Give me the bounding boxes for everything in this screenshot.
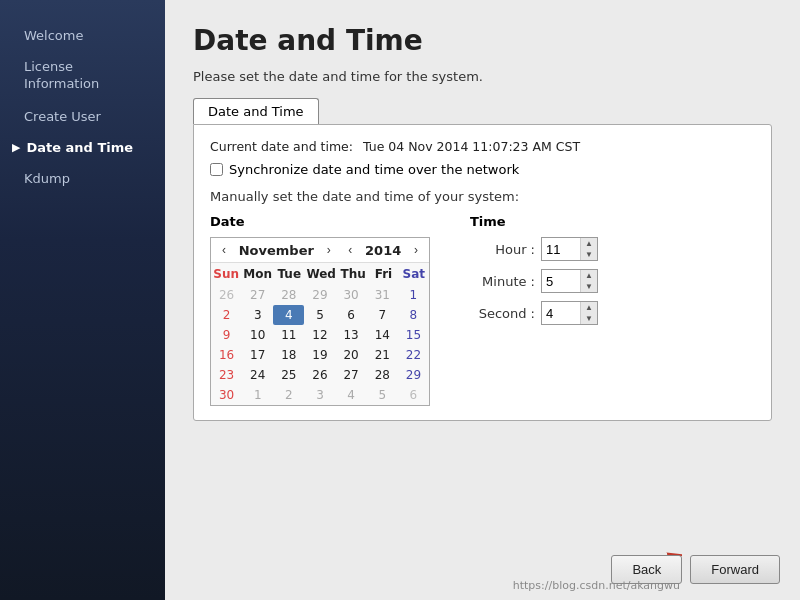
calendar-cell[interactable]: 3 bbox=[304, 385, 335, 405]
calendar-cell[interactable]: 30 bbox=[336, 285, 367, 305]
active-arrow-icon: ▶ bbox=[12, 141, 20, 154]
tab-date-time[interactable]: Date and Time bbox=[193, 98, 319, 124]
minute-label: Minute : bbox=[470, 274, 535, 289]
sync-label[interactable]: Synchronize date and time over the netwo… bbox=[229, 162, 519, 177]
calendar-cell[interactable]: 6 bbox=[398, 385, 429, 405]
calendar-cell[interactable]: 27 bbox=[336, 365, 367, 385]
calendar-cell[interactable]: 29 bbox=[398, 365, 429, 385]
calendar-cell[interactable]: 28 bbox=[367, 365, 398, 385]
month-label: November bbox=[239, 243, 314, 258]
hour-increment-button[interactable]: ▲ bbox=[581, 238, 597, 249]
day-header-mon: Mon bbox=[241, 263, 274, 285]
calendar-cell[interactable]: 21 bbox=[367, 345, 398, 365]
minute-input-wrap: ▲ ▼ bbox=[541, 269, 598, 293]
calendar-cell[interactable]: 24 bbox=[242, 365, 273, 385]
prev-month-button[interactable]: ‹ bbox=[217, 242, 231, 258]
day-header-sun: Sun bbox=[211, 263, 241, 285]
calendar-cell[interactable]: 2 bbox=[273, 385, 304, 405]
time-section-label: Time bbox=[470, 214, 598, 229]
day-header-wed: Wed bbox=[304, 263, 338, 285]
calendar-cell[interactable]: 1 bbox=[242, 385, 273, 405]
sidebar-item-create-user[interactable]: Create User bbox=[0, 101, 165, 132]
calendar-cell[interactable]: 5 bbox=[367, 385, 398, 405]
minute-spinners: ▲ ▼ bbox=[580, 270, 597, 292]
sync-row: Synchronize date and time over the netwo… bbox=[210, 162, 755, 177]
current-datetime-label: Current date and time: bbox=[210, 139, 353, 154]
sidebar-item-kdump[interactable]: Kdump bbox=[0, 163, 165, 194]
second-increment-button[interactable]: ▲ bbox=[581, 302, 597, 313]
calendar-cell[interactable]: 9 bbox=[211, 325, 242, 345]
calendar-cell[interactable]: 29 bbox=[304, 285, 335, 305]
sidebar: Welcome LicenseInformation Create User ▶… bbox=[0, 0, 165, 600]
calendar-section: Date ‹ November › ‹ 2014 › Sun Mon bbox=[210, 214, 430, 406]
year-label: 2014 bbox=[365, 243, 401, 258]
date-section-label: Date bbox=[210, 214, 430, 229]
manual-label: Manually set the date and time of your s… bbox=[210, 189, 755, 204]
minute-row: Minute : ▲ ▼ bbox=[470, 269, 598, 293]
calendar-widget: ‹ November › ‹ 2014 › Sun Mon Tue Wed Th… bbox=[210, 237, 430, 406]
calendar-grid: 2627282930311234567891011121314151617181… bbox=[211, 285, 429, 405]
calendar-cell[interactable]: 5 bbox=[304, 305, 335, 325]
time-section: Time Hour : ▲ ▼ Minute : bbox=[470, 214, 598, 333]
current-datetime-row: Current date and time: Tue 04 Nov 2014 1… bbox=[210, 139, 755, 154]
calendar-cell[interactable]: 6 bbox=[336, 305, 367, 325]
page-subtitle: Please set the date and time for the sys… bbox=[193, 69, 772, 84]
minute-input[interactable] bbox=[542, 270, 580, 292]
sidebar-item-license[interactable]: LicenseInformation bbox=[0, 51, 165, 101]
calendar-cell[interactable]: 3 bbox=[242, 305, 273, 325]
day-header-tue: Tue bbox=[274, 263, 304, 285]
calendar-cell[interactable]: 19 bbox=[304, 345, 335, 365]
prev-year-button[interactable]: ‹ bbox=[343, 242, 357, 258]
calendar-cell[interactable]: 30 bbox=[211, 385, 242, 405]
hour-decrement-button[interactable]: ▼ bbox=[581, 249, 597, 260]
calendar-cell[interactable]: 14 bbox=[367, 325, 398, 345]
second-decrement-button[interactable]: ▼ bbox=[581, 313, 597, 324]
tab-bar: Date and Time bbox=[193, 98, 772, 124]
calendar-cell[interactable]: 4 bbox=[336, 385, 367, 405]
calendar-cell[interactable]: 26 bbox=[304, 365, 335, 385]
calendar-cell[interactable]: 31 bbox=[367, 285, 398, 305]
calendar-cell[interactable]: 15 bbox=[398, 325, 429, 345]
calendar-cell[interactable]: 7 bbox=[367, 305, 398, 325]
calendar-cell[interactable]: 26 bbox=[211, 285, 242, 305]
main-content: Date and Time Please set the date and ti… bbox=[165, 0, 800, 600]
date-time-row: Date ‹ November › ‹ 2014 › Sun Mon bbox=[210, 214, 755, 406]
calendar-cell[interactable]: 1 bbox=[398, 285, 429, 305]
second-row: Second : ▲ ▼ bbox=[470, 301, 598, 325]
watermark: https://blog.csdn.net/akangwu bbox=[513, 579, 680, 592]
sidebar-item-label: Date and Time bbox=[26, 140, 133, 155]
second-label: Second : bbox=[470, 306, 535, 321]
hour-input[interactable] bbox=[542, 238, 580, 260]
calendar-cell[interactable]: 22 bbox=[398, 345, 429, 365]
calendar-cell[interactable]: 18 bbox=[273, 345, 304, 365]
calendar-cell[interactable]: 13 bbox=[336, 325, 367, 345]
second-input[interactable] bbox=[542, 302, 580, 324]
calendar-cell[interactable]: 11 bbox=[273, 325, 304, 345]
sync-checkbox[interactable] bbox=[210, 163, 223, 176]
sidebar-item-date-time[interactable]: ▶ Date and Time bbox=[0, 132, 165, 163]
forward-button[interactable]: Forward bbox=[690, 555, 780, 584]
calendar-cell[interactable]: 20 bbox=[336, 345, 367, 365]
hour-row: Hour : ▲ ▼ bbox=[470, 237, 598, 261]
hour-input-wrap: ▲ ▼ bbox=[541, 237, 598, 261]
next-month-button[interactable]: › bbox=[322, 242, 336, 258]
second-spinners: ▲ ▼ bbox=[580, 302, 597, 324]
sidebar-item-label: Kdump bbox=[24, 171, 70, 186]
calendar-cell[interactable]: 2 bbox=[211, 305, 242, 325]
calendar-cell[interactable]: 8 bbox=[398, 305, 429, 325]
calendar-header: Sun Mon Tue Wed Thu Fri Sat bbox=[211, 263, 429, 285]
calendar-cell[interactable]: 28 bbox=[273, 285, 304, 305]
calendar-cell[interactable]: 4 bbox=[273, 305, 304, 325]
calendar-cell[interactable]: 16 bbox=[211, 345, 242, 365]
calendar-cell[interactable]: 12 bbox=[304, 325, 335, 345]
sidebar-item-label: Welcome bbox=[24, 28, 83, 43]
next-year-button[interactable]: › bbox=[409, 242, 423, 258]
calendar-cell[interactable]: 17 bbox=[242, 345, 273, 365]
minute-decrement-button[interactable]: ▼ bbox=[581, 281, 597, 292]
sidebar-item-welcome[interactable]: Welcome bbox=[0, 20, 165, 51]
calendar-cell[interactable]: 25 bbox=[273, 365, 304, 385]
calendar-cell[interactable]: 27 bbox=[242, 285, 273, 305]
calendar-cell[interactable]: 23 bbox=[211, 365, 242, 385]
minute-increment-button[interactable]: ▲ bbox=[581, 270, 597, 281]
calendar-cell[interactable]: 10 bbox=[242, 325, 273, 345]
